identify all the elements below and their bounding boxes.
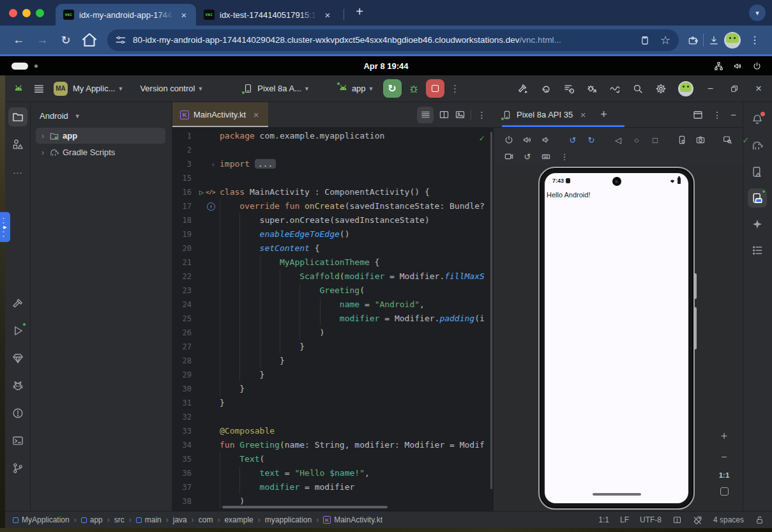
browser-menu-icon[interactable]: ⋮ (745, 31, 764, 50)
code-line-25[interactable]: 25modifier = Modifier.padding(i (172, 312, 494, 326)
fold-arrow-icon[interactable]: › (211, 160, 215, 169)
zoom-in-icon[interactable]: + (721, 430, 728, 443)
more-run-actions-icon[interactable]: ⋮ (450, 83, 461, 95)
code-line-33[interactable]: 33@Composable (172, 424, 494, 438)
devset-icon[interactable] (677, 135, 687, 145)
code-line-18[interactable]: 18super.onCreate(savedInstanceState) (172, 213, 494, 227)
profile-avatar[interactable] (724, 32, 741, 49)
sticky-lines-icon[interactable] (693, 515, 702, 525)
studio-restore-icon[interactable] (730, 84, 739, 93)
tool-window-button-run[interactable] (8, 321, 27, 340)
tool-window-button-notifications[interactable] (748, 110, 767, 129)
hide-panel-icon[interactable]: − (730, 109, 736, 120)
editor-horizontal-scrollbar[interactable] (222, 506, 388, 509)
project-view-selector[interactable]: Android (40, 111, 68, 121)
breadcrumb-item[interactable]: src (114, 515, 125, 524)
debug-button[interactable] (408, 83, 420, 95)
code-line-29[interactable]: 29} (172, 368, 494, 382)
rotr-icon[interactable]: ↻ (586, 135, 596, 145)
stop-button[interactable] (426, 79, 444, 98)
voldown-icon[interactable] (541, 135, 551, 145)
code-line-31[interactable]: 31} (172, 396, 494, 410)
tool-window-drag-handle[interactable]: ▶ (0, 212, 10, 242)
vcs-widget[interactable]: Version control (140, 84, 195, 93)
lock-open-icon[interactable] (755, 515, 764, 525)
snaplayout-icon[interactable] (722, 135, 732, 145)
expand-chevron-icon[interactable]: › (40, 132, 46, 141)
site-settings-icon[interactable] (115, 34, 126, 46)
zoom-out-icon[interactable]: − (721, 452, 727, 463)
volup-icon[interactable] (522, 135, 533, 145)
editor-vertical-scrollbar[interactable] (490, 132, 493, 489)
emulator-tab[interactable]: Pixel 8a API 35 × (502, 102, 591, 127)
split-editor-icon[interactable] (439, 109, 450, 120)
code-line-1[interactable]: 1package com.example.myapplication (172, 129, 494, 143)
forward-icon[interactable]: → (33, 31, 52, 50)
tool-window-button-running-devices[interactable] (748, 188, 767, 208)
editor-options-icon[interactable]: ⋮ (476, 109, 487, 120)
tab-search-button[interactable]: ▾ (749, 4, 766, 21)
todo-icon[interactable] (672, 515, 682, 525)
code-line-19[interactable]: 19enableEdgeToEdge() (172, 227, 494, 241)
tool-window-button-build[interactable] (8, 294, 27, 313)
reload-icon[interactable]: ↻ (56, 31, 75, 50)
home-icon[interactable]: ○ (632, 135, 642, 145)
zoom-reset-button[interactable]: 1:1 (719, 471, 730, 479)
tool-window-button-resource-manager[interactable] (8, 135, 27, 154)
breadcrumb-item[interactable]: KMainActivity.kt (323, 515, 382, 524)
tool-window-button-structure[interactable] (748, 241, 767, 260)
apply-changes-restart-icon[interactable]: A (540, 83, 552, 95)
indent-setting[interactable]: 4 spaces (713, 515, 744, 524)
code-line-32[interactable]: 32 (172, 410, 494, 424)
back-icon[interactable]: ← (9, 31, 28, 50)
code-line-17[interactable]: 17↑override fun onCreate(savedInstanceSt… (172, 199, 494, 213)
code-line-21[interactable]: 21MyApplicationTheme { (172, 255, 494, 270)
project-badge[interactable]: MA (54, 82, 68, 96)
tool-window-button-device-manager[interactable] (748, 162, 767, 181)
vinput-icon[interactable] (541, 151, 551, 162)
code-line-35[interactable]: 35Text( (172, 452, 494, 466)
code-line-30[interactable]: 30} (172, 382, 494, 396)
breadcrumb-item[interactable]: myapplication (265, 515, 312, 524)
markup-gutter-icon[interactable]: </> (206, 189, 215, 195)
tool-window-button-version-control[interactable] (8, 459, 27, 478)
record-icon[interactable] (504, 151, 514, 162)
tree-item-app[interactable]: ›app (36, 128, 165, 144)
device-selector[interactable] (243, 83, 254, 94)
studio-user-avatar[interactable] (678, 81, 693, 96)
camera-icon[interactable] (695, 135, 706, 145)
breadcrumb-item[interactable]: MyApplication (13, 515, 70, 524)
address-bar[interactable]: 80-idx-my-android-app-1744140290428.clus… (107, 29, 679, 51)
code-line-36[interactable]: 36text = "Hello $name!", (172, 466, 494, 480)
code-line-37[interactable]: 37modifier = modifier (172, 480, 494, 494)
tool-window-button-gemini[interactable] (748, 215, 767, 234)
tool-window-button-logcat[interactable] (8, 376, 27, 395)
editor-tab-close-icon[interactable]: × (250, 109, 262, 121)
tool-window-button-gradle[interactable] (748, 136, 767, 155)
studio-minimize-icon[interactable]: − (708, 83, 713, 95)
apply-code-changes-icon[interactable] (563, 83, 575, 95)
code-line-16[interactable]: 16▷</>class MainActivity : ComponentActi… (172, 185, 494, 199)
line-separator[interactable]: LF (620, 515, 629, 524)
attach-debugger-icon[interactable] (586, 83, 598, 95)
tool-window-button-app-quality-insights[interactable] (8, 349, 27, 368)
rerun-button[interactable]: ↻ (383, 79, 402, 98)
run-gutter-icon[interactable]: ▷ (199, 188, 204, 197)
breadcrumb-item[interactable]: app (81, 515, 103, 524)
snapshot-icon[interactable]: ↺ (522, 151, 533, 162)
breadcrumb-item[interactable]: main (136, 515, 162, 524)
profiler-icon[interactable] (609, 83, 621, 95)
code-line-28[interactable]: 28} (172, 354, 494, 368)
back-icon[interactable]: ◁ (613, 135, 623, 145)
file-encoding[interactable]: UTF-8 (640, 515, 662, 524)
extensions-icon[interactable] (687, 34, 699, 46)
code-line-23[interactable]: 23Greeting( (172, 284, 494, 298)
tab-close-icon[interactable]: × (322, 9, 333, 20)
phone-screen[interactable]: 7:43 Hello Android! (545, 173, 688, 503)
main-menu-icon[interactable] (33, 83, 45, 95)
list-view-button[interactable] (417, 107, 434, 123)
emulator-tab-close-icon[interactable]: × (577, 109, 589, 121)
tool-window-button-problems[interactable] (8, 404, 27, 423)
new-tab-button[interactable]: + (351, 3, 368, 20)
code-line-34[interactable]: 34fun Greeting(name: String, modifier: M… (172, 438, 494, 452)
